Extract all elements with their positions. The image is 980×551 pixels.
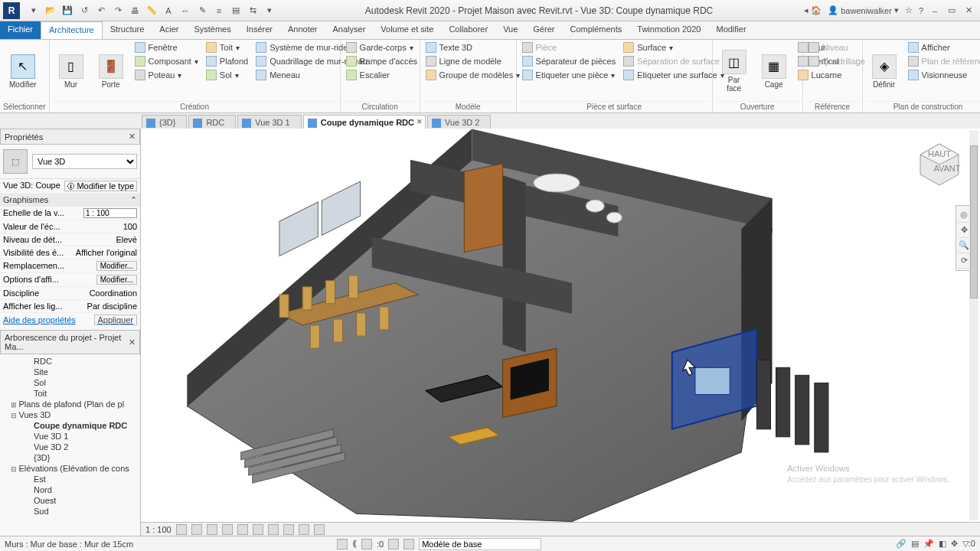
show-button[interactable]: Afficher [906, 41, 980, 54]
view-tab[interactable]: Vue 3D 2 [427, 115, 491, 129]
apply-button[interactable]: Appliquer [94, 315, 137, 325]
editable-icon[interactable] [388, 539, 399, 549]
minimize-button[interactable]: – [929, 6, 940, 15]
tree-item[interactable]: Nord [0, 484, 140, 495]
property-row[interactable]: Visibilité des é...Afficher l'original [0, 246, 140, 259]
property-row[interactable]: Remplacemen...Modifier... [0, 259, 140, 273]
tree-item[interactable]: Ouest [0, 495, 140, 506]
railing-button[interactable]: Garde-corps ▾ [344, 41, 420, 54]
tab-massing[interactable]: Volume et site [373, 21, 441, 39]
tab-view[interactable]: Vue [495, 21, 525, 39]
tree-item[interactable]: Vue 3D 2 [0, 442, 140, 452]
close-icon[interactable]: ✕ [129, 337, 136, 347]
thin-lines-icon[interactable]: ≡ [213, 5, 225, 17]
surface-tag-button[interactable]: Etiqueter une surface ▾ [621, 69, 727, 81]
door-button[interactable]: 🚪Porte [93, 41, 129, 101]
save-icon[interactable]: 💾 [61, 5, 74, 17]
surface-button[interactable]: Surface ▾ [621, 41, 727, 54]
column-button[interactable]: Poteau ▾ [132, 69, 201, 81]
view-tab[interactable]: Vue 3D 1 [237, 115, 301, 129]
scale-label[interactable]: 1 : 100 [145, 525, 172, 534]
tree-item[interactable]: Est [0, 474, 140, 484]
wall-button[interactable]: ▯Mur [53, 41, 90, 101]
property-row[interactable]: Niveau de dét...Elevé [0, 233, 140, 246]
tab-analyze[interactable]: Analyser [325, 21, 374, 39]
model-line-button[interactable]: Ligne de modèle [423, 55, 523, 67]
crop-icon[interactable] [253, 524, 263, 535]
tree-item[interactable]: Coupe dynamique RDC [0, 420, 140, 431]
type-selector[interactable]: ⬚ Vue 3D [0, 145, 140, 179]
property-input[interactable] [83, 208, 137, 218]
tree-item[interactable]: Sud [0, 506, 140, 517]
sync-icon[interactable]: ↺ [78, 5, 90, 17]
hide-icon[interactable] [299, 524, 309, 535]
section-icon[interactable]: ✎ [196, 5, 208, 17]
tab-structure[interactable]: Structure [103, 21, 152, 39]
close-icon[interactable]: ✕ [129, 132, 136, 142]
stair-button[interactable]: Escalier [344, 69, 420, 81]
select-icon[interactable] [403, 539, 414, 549]
property-edit-button[interactable]: Modifier... [96, 261, 137, 271]
define-button[interactable]: ◈Définir [866, 41, 903, 101]
property-row[interactable]: Valeur de l'éc...100 [0, 220, 140, 233]
floor-button[interactable]: Sol ▾ [204, 69, 250, 81]
close-hidden-icon[interactable]: ▤ [230, 5, 242, 17]
select-links-icon[interactable]: 🔗 [896, 539, 906, 549]
tab-architecture[interactable]: Architecture [41, 21, 103, 39]
select-pinned-icon[interactable]: 📌 [923, 539, 934, 549]
ceiling-button[interactable]: Plafond [204, 55, 250, 67]
byface-button[interactable]: ◫Par face [716, 41, 753, 101]
info-icon[interactable]: ◂ 🏠 [804, 5, 822, 15]
sun-icon[interactable] [207, 524, 217, 535]
tab-file[interactable]: Fichier [0, 21, 41, 39]
close-icon[interactable]: ✕ [416, 118, 423, 126]
open-icon[interactable]: 📂 [44, 5, 57, 17]
text-icon[interactable]: A [162, 5, 175, 17]
tree-item[interactable]: Plans de plafond (Plan de pl [0, 399, 140, 409]
view-tab[interactable]: RDC [188, 115, 236, 129]
design-options-icon[interactable] [361, 539, 372, 549]
type-dropdown[interactable]: Vue 3D [32, 154, 137, 169]
tree-item[interactable]: {3D} [0, 452, 140, 463]
properties-help[interactable]: Aide des propriétésAppliquer [0, 313, 140, 327]
tab-modify[interactable]: Modifier [708, 21, 753, 39]
select-face-icon[interactable]: ◧ [939, 539, 946, 549]
tab-twinmotion[interactable]: Twinmotion 2020 [629, 21, 708, 39]
component-button[interactable]: Composant ▾ [132, 55, 201, 67]
tab-insert[interactable]: Insérer [239, 21, 280, 39]
user-menu[interactable]: 👤 baweniwalker ▾ [828, 5, 899, 15]
view-tab[interactable]: Coupe dynamique RDC✕ [303, 115, 426, 129]
prop-category[interactable]: Graphismes⌃ [0, 194, 140, 207]
crop-visible-icon[interactable] [268, 524, 279, 535]
view-cube[interactable]: HAUTAVANT [913, 138, 966, 191]
qat-menu-icon[interactable]: ▾ [28, 5, 40, 17]
tree-item[interactable]: Sol [0, 377, 140, 388]
viewer-button[interactable]: Visionneuse [906, 69, 980, 81]
tab-collaborate[interactable]: Collaborer [441, 21, 495, 39]
options-combo[interactable] [419, 538, 541, 550]
help-icon[interactable]: ? [919, 6, 923, 15]
switch-icon[interactable]: ⇆ [247, 5, 259, 17]
tree-item[interactable]: Elévations (Elévation de cons [0, 463, 140, 474]
tab-annotate[interactable]: Annoter [280, 21, 325, 39]
shadows-icon[interactable] [222, 524, 233, 535]
drag-icon[interactable]: ✥ [951, 539, 958, 549]
tree-item[interactable]: Toit [0, 388, 140, 399]
undo-icon[interactable]: ↶ [95, 5, 107, 17]
print-icon[interactable]: 🖶 [129, 5, 141, 17]
dim-icon[interactable]: ↔ [179, 5, 191, 17]
viewport-3d[interactable]: HAUTAVANT ◎✥🔍⟳ Activer WindowsAccédez au… [141, 129, 980, 522]
tab-steel[interactable]: Acier [152, 21, 186, 39]
tree-item[interactable]: Vue 3D 1 [0, 431, 140, 442]
modify-button[interactable]: ↖Modifier [3, 41, 43, 101]
ramp-button[interactable]: Rampe d'accès [344, 55, 420, 67]
tree-item[interactable]: Site [0, 367, 140, 377]
tab-manage[interactable]: Gérer [525, 21, 562, 39]
detail-icon[interactable] [176, 524, 187, 535]
measure-icon[interactable]: 📏 [145, 5, 158, 17]
model-group-button[interactable]: Groupe de modèles ▾ [423, 69, 523, 81]
render-icon[interactable] [237, 524, 248, 535]
qat-dropdown-icon[interactable]: ▾ [263, 5, 276, 17]
text3d-button[interactable]: Texte 3D [423, 41, 523, 54]
roof-button[interactable]: Toit ▾ [204, 41, 250, 54]
